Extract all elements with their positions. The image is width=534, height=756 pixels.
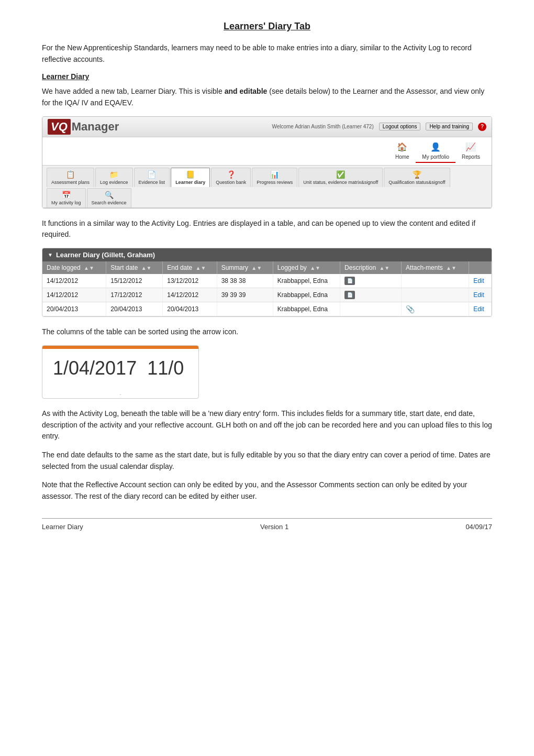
sort-icon[interactable]: ▲▼ <box>196 265 206 271</box>
vq-app-mockup: VQ Manager Welcome Adrian Austin Smith (… <box>42 116 492 209</box>
col-description: Description ▲▼ <box>340 261 402 274</box>
table-cell <box>217 302 273 316</box>
date-picker-body: 1/04/2017 11/0 <box>42 349 198 388</box>
table-cell: 15/12/2012 <box>106 274 163 288</box>
tab-progress-reviews-label: Progress reviews <box>257 180 293 185</box>
body-para2: The end date defaults to the same as the… <box>42 450 492 472</box>
attachment-icon[interactable]: 📎 <box>406 305 415 313</box>
help-icon: ? <box>478 123 486 131</box>
edit-button[interactable]: Edit <box>473 277 484 284</box>
page-title: Learners' Diary Tab <box>42 21 492 32</box>
tab-search-evidence[interactable]: 🔍 Search evidence <box>87 188 131 207</box>
unit-status-icon: ✅ <box>336 170 345 179</box>
table-cell-attachments: 📎 <box>402 302 469 316</box>
date-picker-mockup: 1/04/2017 11/0 . <box>42 345 199 399</box>
tab-evidence-list[interactable]: 📄 Evidence list <box>134 168 170 187</box>
vq-topbar-left: VQ Manager <box>48 119 119 135</box>
description-icon[interactable]: 📄 <box>344 291 355 299</box>
col-date-logged: Date logged ▲▼ <box>42 261 106 274</box>
vq-tabs: 📋 Assessment plans 📁 Log evidence 📄 Evid… <box>42 166 492 208</box>
col-end-date: End date ▲▼ <box>163 261 217 274</box>
progress-reviews-icon: 📊 <box>270 170 279 179</box>
col-action <box>469 261 492 274</box>
body-para3: Note that the Reflective Account section… <box>42 479 492 502</box>
vq-topbar: VQ Manager Welcome Adrian Austin Smith (… <box>42 117 492 137</box>
table-cell: 17/12/2012 <box>106 288 163 302</box>
col-attachments: Attach-ments ▲▼ <box>402 261 469 274</box>
table-cell: 20/04/2013 <box>163 302 217 316</box>
table-cell: 20/04/2013 <box>106 302 163 316</box>
tab-activity-log-label: My activity log <box>51 200 81 205</box>
tab-search-evidence-label: Search evidence <box>92 200 127 205</box>
logout-button[interactable]: Logout options <box>379 123 421 130</box>
section-para-prefix: We have added a new tab, Learner Diary. … <box>42 87 225 95</box>
table-cell: 14/12/2012 <box>42 288 106 302</box>
footer-left: Learner Diary <box>42 523 83 531</box>
table-row: 14/12/201217/12/201214/12/201239 39 39Kr… <box>42 288 492 302</box>
activity-log-icon: 📅 <box>62 191 71 199</box>
sort-icon[interactable]: ▲▼ <box>446 265 457 271</box>
tab-activity-log[interactable]: 📅 My activity log <box>47 188 86 207</box>
tab-progress-reviews[interactable]: 📊 Progress reviews <box>252 168 297 187</box>
col-start-date: Start date ▲▼ <box>106 261 163 274</box>
qualification-status-icon: 🏆 <box>413 170 421 179</box>
table-header-row: Date logged ▲▼ Start date ▲▼ End date ▲▼… <box>42 261 492 274</box>
table-cell: 14/12/2012 <box>42 274 106 288</box>
description-icon[interactable]: 📄 <box>344 277 355 285</box>
vq-letters: VQ <box>48 119 71 135</box>
tab-question-bank[interactable]: ❓ Question bank <box>211 168 251 187</box>
tab-log-evidence-label: Log evidence <box>100 180 128 185</box>
diary-table-title: Learner Diary (Gillett, Graham) <box>56 251 155 259</box>
table-cell: 39 39 39 <box>217 288 273 302</box>
sort-icon[interactable]: ▲▼ <box>141 265 152 271</box>
table-cell-description <box>340 302 402 316</box>
sort-para: The columns of the table can be sorted u… <box>42 326 492 338</box>
nav-portfolio[interactable]: 👤 My portfolio <box>416 139 455 163</box>
nav-home-label: Home <box>395 154 409 160</box>
table-cell-attachments <box>402 288 469 302</box>
tab-unit-status[interactable]: ✅ Unit status, evidence matrix&signoff <box>298 168 383 187</box>
section-para: We have added a new tab, Learner Diary. … <box>42 86 492 108</box>
table-cell-description: 📄 <box>340 274 402 288</box>
nav-reports[interactable]: 📈 Reports <box>455 139 486 163</box>
intro-para: For the New Apprenticeship Standards, le… <box>42 42 492 65</box>
tab-qualification-status[interactable]: 🏆 Qualification status&signoff <box>384 168 450 187</box>
edit-button[interactable]: Edit <box>473 291 484 299</box>
functions-para: It functions in a similar way to the Act… <box>42 218 492 240</box>
help-button[interactable]: Help and training <box>426 123 473 130</box>
vq-welcome-text: Welcome Adrian Austin Smith (Learner 472… <box>272 124 373 129</box>
tab-evidence-list-label: Evidence list <box>139 180 165 185</box>
col-logged-by: Logged by ▲▼ <box>273 261 340 274</box>
tab-log-evidence[interactable]: 📁 Log evidence <box>95 168 133 187</box>
table-cell: 20/04/2013 <box>42 302 106 316</box>
tab-question-bank-label: Question bank <box>216 180 246 185</box>
table-cell-action: Edit <box>469 274 492 288</box>
vq-logo: VQ Manager <box>48 119 119 135</box>
vq-manager-text: Manager <box>72 120 119 134</box>
sort-icon[interactable]: ▲▼ <box>84 265 94 271</box>
tab-learner-diary-label: Learner diary <box>175 180 205 185</box>
sort-icon[interactable]: ▲▼ <box>251 265 262 271</box>
portfolio-icon: 👤 <box>428 141 443 153</box>
tab-unit-status-label: Unit status, evidence matrix&signoff <box>303 180 378 185</box>
section-bold: and editable <box>225 87 268 95</box>
table-cell-logged-by: Krabbappel, Edna <box>273 274 340 288</box>
table-row: 20/04/201320/04/201320/04/2013Krabbappel… <box>42 302 492 316</box>
table-cell-action: Edit <box>469 288 492 302</box>
evidence-list-icon: 📄 <box>147 170 156 179</box>
learner-diary-icon: 📒 <box>186 170 195 179</box>
sort-icon[interactable]: ▲▼ <box>379 265 390 271</box>
edit-button[interactable]: Edit <box>473 305 484 313</box>
table-cell-logged-by: Krabbappel, Edna <box>273 288 340 302</box>
log-evidence-icon: 📁 <box>109 170 118 179</box>
tab-learner-diary[interactable]: 📒 Learner diary <box>171 168 210 187</box>
nav-home[interactable]: 🏠 Home <box>388 139 416 163</box>
sort-icon[interactable]: ▲▼ <box>310 265 320 271</box>
tab-assessment-plans[interactable]: 📋 Assessment plans <box>47 168 94 187</box>
question-bank-icon: ❓ <box>227 170 236 179</box>
collapse-icon[interactable]: ▼ <box>48 252 53 258</box>
footer-center: Version 1 <box>260 523 288 531</box>
date-picker-dot: . <box>42 388 198 398</box>
tab-qualification-status-label: Qualification status&signoff <box>388 180 445 185</box>
footer-right: 04/09/17 <box>465 523 492 531</box>
